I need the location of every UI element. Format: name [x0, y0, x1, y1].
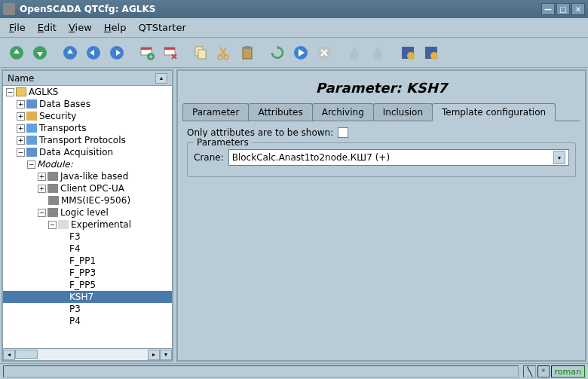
menu-file[interactable]: File — [3, 20, 32, 35]
menu-view[interactable]: View — [63, 20, 98, 35]
close-button[interactable]: ✕ — [571, 3, 585, 15]
tool-module1-icon[interactable] — [397, 42, 418, 63]
svg-rect-6 — [141, 47, 152, 50]
window-title: OpenSCADA QTCfg: AGLKS — [20, 4, 541, 14]
tree-data-acquisition[interactable]: −Data Acquisition — [3, 146, 172, 158]
expand-icon[interactable]: + — [17, 136, 25, 145]
tab-template-configuration[interactable]: Template configuration — [432, 103, 556, 121]
expand-icon[interactable]: + — [17, 124, 25, 133]
expand-icon[interactable]: + — [38, 185, 46, 193]
svg-rect-16 — [245, 46, 250, 49]
tool-remove-item-icon[interactable] — [160, 42, 181, 63]
svg-text:+: + — [149, 53, 154, 60]
tree-security[interactable]: +Security — [3, 110, 172, 122]
crane-value: BlockCalc.Anast1to2node.КШ7 (+) — [232, 152, 553, 163]
tree-item-p4[interactable]: P4 — [3, 315, 172, 327]
tab-attributes[interactable]: Attributes — [248, 103, 312, 121]
tree-body[interactable]: −AGLKS +Data Bases +Security +Transports… — [3, 86, 172, 348]
tool-droplet2-icon[interactable] — [367, 42, 388, 63]
tool-stop-icon[interactable] — [314, 42, 335, 63]
collapse-icon[interactable]: − — [27, 160, 35, 169]
tool-copy-icon[interactable] — [190, 42, 211, 63]
tab-parameter[interactable]: Parameter — [182, 103, 249, 121]
tree-root[interactable]: −AGLKS — [3, 86, 172, 98]
collapse-icon[interactable]: − — [48, 221, 57, 229]
tree-java-like[interactable]: +Java-like based — [3, 170, 172, 182]
tree-item-ksh7[interactable]: KSH7 — [3, 291, 172, 303]
tree-item-fpp5[interactable]: F_PP5 — [3, 279, 172, 291]
tree-item-fpp3[interactable]: F_PP3 — [3, 267, 172, 279]
tree-item-p3[interactable]: P3 — [3, 303, 172, 315]
tree-logic-level[interactable]: −Logic level — [3, 206, 172, 219]
tool-module2-icon[interactable] — [421, 42, 442, 63]
parameters-fieldset: Parameters Crane: BlockCalc.Anast1to2nod… — [187, 142, 576, 177]
tree-header-label: Name — [8, 73, 155, 84]
menu-help[interactable]: Help — [98, 20, 133, 35]
crane-label: Crane: — [194, 152, 224, 163]
tree-mms[interactable]: MMS(IEC-9506) — [3, 194, 172, 206]
tree-item-f4[interactable]: F4 — [3, 243, 172, 255]
expand-icon[interactable]: + — [17, 100, 25, 109]
minimize-button[interactable]: — — [541, 3, 555, 15]
status-resize-icon[interactable]: ╲ — [523, 365, 536, 377]
toolbar: + — [0, 38, 588, 68]
tool-up-green-icon[interactable] — [6, 42, 27, 63]
tree-hscrollbar[interactable]: ◂ ▸ ▾ — [3, 348, 172, 360]
svg-point-22 — [430, 52, 438, 60]
window-titlebar: OpenSCADA QTCfg: AGLKS — □ ✕ — [0, 0, 588, 18]
maximize-button[interactable]: □ — [556, 3, 570, 15]
tool-nav-forward-icon[interactable] — [106, 42, 127, 63]
scroll-thumb[interactable] — [15, 350, 38, 359]
tool-nav-up-icon[interactable] — [60, 42, 81, 63]
svg-rect-12 — [198, 50, 206, 59]
content-panel: Parameter: KSH7 Parameter Attributes Arc… — [176, 69, 586, 362]
status-indicator: * — [537, 365, 550, 377]
parameters-legend: Parameters — [194, 137, 252, 148]
tree-transport-protocols[interactable]: +Transport Protocols — [3, 134, 172, 146]
svg-point-20 — [407, 52, 415, 60]
tree-module[interactable]: −Module: — [3, 158, 172, 170]
scroll-left-icon[interactable]: ◂ — [3, 350, 15, 360]
tree-scroll-down-icon[interactable]: ▾ — [160, 350, 172, 360]
tool-droplet-icon[interactable] — [344, 42, 365, 63]
only-attrs-checkbox[interactable] — [338, 127, 348, 138]
status-user[interactable]: roman — [551, 365, 585, 377]
collapse-icon[interactable]: − — [17, 148, 25, 157]
svg-rect-15 — [243, 47, 252, 59]
collapse-icon[interactable]: − — [6, 88, 14, 96]
tree-transports[interactable]: +Transports — [3, 122, 172, 134]
scroll-right-icon[interactable]: ▸ — [148, 350, 160, 360]
tree-scroll-up-icon[interactable]: ▴ — [155, 73, 167, 84]
tab-content: Only attributes are to be shown: Paramet… — [182, 121, 580, 356]
tree-experimental[interactable]: −Experimental — [3, 219, 172, 231]
tool-nav-back-icon[interactable] — [83, 42, 104, 63]
chevron-down-icon[interactable]: ▾ — [553, 151, 565, 164]
tab-bar: Parameter Attributes Archiving Inclusion… — [182, 103, 580, 121]
tab-archiving[interactable]: Archiving — [312, 103, 374, 121]
tool-save-green-icon[interactable] — [29, 42, 51, 63]
expand-icon[interactable]: + — [38, 173, 46, 181]
only-attrs-label: Only attributes are to be shown: — [187, 127, 333, 138]
status-bar: ╲ * roman — [0, 363, 588, 379]
tree-item-f3[interactable]: F3 — [3, 231, 172, 243]
tab-inclusion[interactable]: Inclusion — [373, 103, 433, 121]
page-title: Parameter: KSH7 — [182, 75, 580, 103]
tool-add-item-icon[interactable]: + — [136, 42, 158, 63]
tree-databases[interactable]: +Data Bases — [3, 98, 172, 110]
collapse-icon[interactable]: − — [38, 209, 46, 217]
svg-rect-10 — [164, 47, 175, 50]
tool-paste-icon[interactable] — [237, 42, 258, 63]
app-icon — [3, 3, 15, 15]
menu-qtstarter[interactable]: QTStarter — [132, 20, 191, 35]
expand-icon[interactable]: + — [17, 112, 25, 121]
tree-item-fpp1[interactable]: F_PP1 — [3, 255, 172, 267]
tree-opc-ua[interactable]: +Client OPC-UA — [3, 182, 172, 194]
main-area: Name ▴ −AGLKS +Data Bases +Security +Tra… — [0, 68, 588, 363]
tool-run-icon[interactable] — [290, 42, 311, 63]
crane-select[interactable]: BlockCalc.Anast1to2node.КШ7 (+) ▾ — [228, 149, 569, 166]
menu-edit[interactable]: Edit — [32, 20, 63, 35]
tree-panel: Name ▴ −AGLKS +Data Bases +Security +Tra… — [2, 69, 173, 362]
tool-refresh-icon[interactable] — [267, 42, 288, 63]
tree-header: Name ▴ — [3, 71, 172, 86]
tool-cut-icon[interactable] — [213, 42, 234, 63]
